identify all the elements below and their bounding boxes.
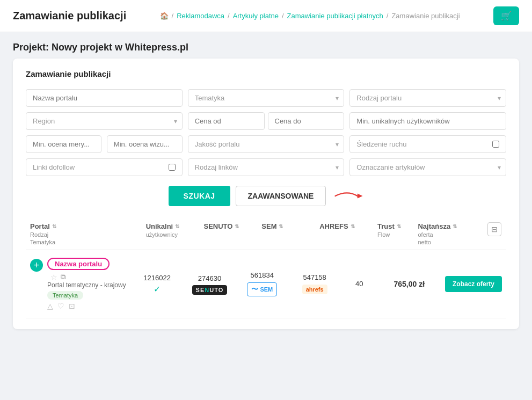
arrow-icon (331, 188, 363, 204)
card-title: Zamawianie publikacji (26, 69, 506, 78)
portal-info: Nazwa portalu ☆ ⧉ Portal tematyczny - kr… (47, 258, 127, 310)
region-select-wrapper: Region (26, 112, 183, 130)
breadcrumb-current: Zamawianie publikacji (391, 12, 460, 20)
portal-name-badge: Nazwa portalu (47, 258, 110, 270)
jakosc-portalu-select-wrapper: Jakość portalu (188, 135, 345, 153)
rodzaj-portalu-select[interactable]: Rodzaj portalu (349, 89, 506, 107)
star-icon[interactable]: ☆ (50, 273, 57, 281)
add-portal-button[interactable]: + (30, 259, 43, 272)
cart-button[interactable]: 🛒 (493, 6, 519, 25)
heart-icon[interactable]: ♡ (57, 302, 64, 310)
ahrefs-badge: ahrefs (302, 285, 327, 294)
portal-icons: ☆ ⧉ (50, 273, 65, 281)
senuto-value: 274630 (188, 274, 232, 282)
portal-tag[interactable]: Tematyka (47, 291, 83, 300)
portal-sub-icons: △ ♡ ⊡ (47, 302, 127, 310)
verified-icon: ✓ (154, 285, 161, 294)
sort-sem-icon: ⇅ (279, 223, 283, 229)
th-ahrefs[interactable]: AHREFS ⇅ (315, 222, 373, 245)
results-section: Portal ⇅ Rodzaj Tematyka Unikalni ⇅ użyt… (26, 217, 506, 318)
th-col-toggle: ⊟ (483, 222, 506, 245)
compare-icon[interactable]: ⊡ (69, 302, 75, 310)
th-portal[interactable]: Portal ⇅ Rodzaj Tematyka (26, 222, 142, 245)
ahrefs-value: 547158 (293, 273, 337, 281)
senuto-badge: SENUTO (192, 285, 228, 295)
th-trust-flow[interactable]: Trust ⇅ Flow (373, 222, 413, 245)
sem-badge: 〜SEM (247, 282, 277, 296)
td-senuto: 274630 SENUTO (184, 274, 236, 294)
svg-marker-0 (358, 194, 363, 199)
td-cta: Zobacz oferty (441, 276, 506, 292)
cena-do-input[interactable] (268, 112, 345, 130)
cena-od-input[interactable] (188, 112, 265, 130)
min-ocena-mery-input[interactable] (26, 135, 101, 153)
page-title: Zamawianie publikacji (13, 10, 126, 22)
arrow-hint (331, 186, 363, 206)
filter-row-1: Tematyka Rodzaj portalu (26, 89, 506, 107)
triangle-icon[interactable]: △ (47, 302, 53, 310)
breadcrumb: 🏠 / Reklamodawca / Artykuły płatne / Zam… (160, 12, 460, 20)
th-unique-users[interactable]: Unikalni ⇅ użytkownicy (142, 222, 200, 245)
td-sem: 561834 〜SEM (236, 271, 288, 296)
filter-row-4: Linki dofollow Rodzaj linków Oznaczanie … (26, 158, 506, 176)
tematyka-select-wrapper: Tematyka (188, 89, 345, 107)
rodzaj-linkow-select-wrapper: Rodzaj linków (188, 158, 345, 176)
price-range (188, 112, 345, 130)
table-header: Portal ⇅ Rodzaj Tematyka Unikalni ⇅ użyt… (26, 217, 506, 250)
advanced-button[interactable]: ZAAWANSOWANE (236, 186, 326, 206)
breadcrumb-reklamodawca[interactable]: Reklamodawca (177, 12, 224, 20)
external-link-icon[interactable]: ⧉ (61, 273, 65, 281)
td-unique-users: 1216022 ✓ (131, 274, 184, 294)
portal-type: Portal tematyczny - krajowy (47, 281, 127, 289)
td-price: 765,00 zł (378, 280, 441, 288)
breadcrumb-artykuly[interactable]: Artykuły płatne (233, 12, 279, 20)
sort-ahrefs-icon: ⇅ (351, 223, 355, 229)
linki-dofollow-checkbox-row: Linki dofollow (26, 158, 183, 176)
th-price[interactable]: Najtańsza ⇅ oferta netto (413, 222, 483, 245)
search-buttons-row: SZUKAJ ZAAWANSOWANE (26, 186, 506, 206)
td-ahrefs: 547158 ahrefs (288, 273, 341, 294)
filter-row-3: Jakość portalu Śledzenie ruchu (26, 135, 506, 153)
rodzaj-linkow-select[interactable]: Rodzaj linków (188, 158, 345, 176)
td-portal: + Nazwa portalu ☆ ⧉ Portal tematyczny - … (26, 258, 131, 310)
th-sem[interactable]: SEM ⇅ (257, 222, 315, 245)
search-button[interactable]: SZUKAJ (169, 186, 230, 206)
min-uzytkownikow-input[interactable] (349, 112, 506, 130)
linki-dofollow-label: Linki dofollow (33, 163, 75, 171)
jakosc-portalu-select[interactable]: Jakość portalu (188, 135, 345, 153)
sledzenie-ruchu-label: Śledzenie ruchu (356, 140, 406, 148)
oznaczanie-artykulow-select[interactable]: Oznaczanie artykułów (349, 158, 506, 176)
main-card: Zamawianie publikacji Tematyka Rodzaj po… (13, 59, 519, 329)
rodzaj-portalu-select-wrapper: Rodzaj portalu (349, 89, 506, 107)
breadcrumb-zamawianie-platnych[interactable]: Zamawianie publikacji płatnych (287, 12, 383, 20)
region-select[interactable]: Region (26, 112, 183, 130)
sort-price-icon: ⇅ (453, 223, 457, 229)
project-title: Projekt: Nowy projekt w Whitepress.pl (0, 32, 532, 59)
oznaczanie-artykulow-select-wrapper: Oznaczanie artykułów (349, 158, 506, 176)
min-ocena-wizu-input[interactable] (107, 135, 183, 153)
top-header: Zamawianie publikacji 🏠 / Reklamodawca /… (0, 0, 532, 32)
trust-flow-value: 40 (355, 280, 363, 288)
sort-trust-icon: ⇅ (397, 223, 401, 229)
sledzenie-ruchu-checkbox[interactable] (492, 141, 499, 148)
table-row: + Nazwa portalu ☆ ⧉ Portal tematyczny - … (26, 250, 506, 318)
unique-users-value: 1216022 (135, 274, 179, 282)
portal-name-row: Nazwa portalu ☆ ⧉ (47, 258, 127, 281)
breadcrumb-home[interactable]: 🏠 (160, 12, 169, 20)
linki-dofollow-checkbox[interactable] (169, 164, 176, 171)
see-offers-button[interactable]: Zobacz oferty (445, 276, 502, 292)
sort-senuto-icon: ⇅ (235, 223, 239, 229)
tematyka-select[interactable]: Tematyka (188, 89, 345, 107)
td-trust-flow: 40 (341, 280, 378, 288)
sem-value: 561834 (240, 271, 284, 279)
sledzenie-ruchu-checkbox-row: Śledzenie ruchu (349, 135, 506, 153)
column-toggle-button[interactable]: ⊟ (487, 222, 501, 236)
nazwa-portalu-input[interactable] (26, 89, 183, 107)
filter-row-2: Region (26, 112, 506, 130)
sem-wave-icon: 〜 (251, 285, 258, 294)
price-value: 765,00 zł (393, 280, 425, 288)
sort-portal-icon: ⇅ (52, 223, 56, 229)
th-senuto[interactable]: SENUTO ⇅ (199, 222, 257, 245)
sort-users-icon: ⇅ (175, 223, 179, 229)
